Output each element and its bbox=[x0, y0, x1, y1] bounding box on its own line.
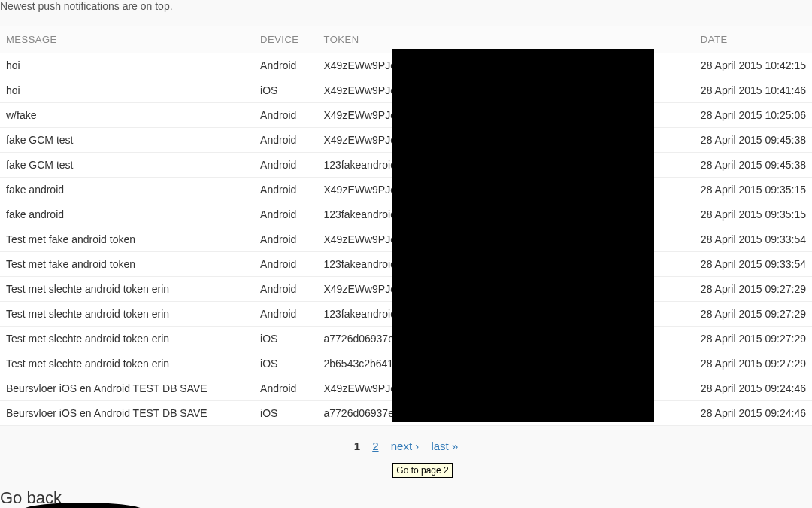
cell-device: Android bbox=[254, 376, 317, 401]
cell-device: Android bbox=[254, 277, 317, 302]
page-link-2[interactable]: 2 bbox=[372, 440, 378, 452]
cell-date: 28 April 2015 09:35:15 bbox=[695, 202, 812, 227]
cell-message: Test met slechte android token erin bbox=[0, 351, 254, 376]
redaction-overlay bbox=[392, 49, 654, 422]
cell-date: 28 April 2015 09:45:38 bbox=[695, 128, 812, 153]
cell-date: 28 April 2015 09:45:38 bbox=[695, 153, 812, 178]
cell-device: Android bbox=[254, 202, 317, 227]
cell-device: iOS bbox=[254, 351, 317, 376]
cell-device: iOS bbox=[254, 401, 317, 426]
cell-date: 28 April 2015 09:27:29 bbox=[695, 277, 812, 302]
cell-message: fake GCM test bbox=[0, 153, 254, 178]
cell-message: Test met slechte android token erin bbox=[0, 277, 254, 302]
cell-message: hoi bbox=[0, 78, 254, 103]
cell-message: hoi bbox=[0, 53, 254, 78]
cell-device: Android bbox=[254, 252, 317, 277]
cell-device: iOS bbox=[254, 78, 317, 103]
col-header-message: MESSAGE bbox=[0, 26, 254, 53]
cell-message: fake android bbox=[0, 178, 254, 202]
cell-device: Android bbox=[254, 178, 317, 202]
col-header-date: DATE bbox=[695, 26, 812, 53]
cell-date: 28 April 2015 09:27:29 bbox=[695, 351, 812, 376]
page-current: 1 bbox=[354, 440, 360, 452]
cell-message: Beursvloer iOS en Android TEST DB SAVE bbox=[0, 401, 254, 426]
cell-message: w/fake bbox=[0, 103, 254, 128]
cell-message: fake GCM test bbox=[0, 128, 254, 153]
cell-device: Android bbox=[254, 302, 317, 327]
cell-message: Beursvloer iOS en Android TEST DB SAVE bbox=[0, 376, 254, 401]
cell-device: Android bbox=[254, 103, 317, 128]
cell-device: Android bbox=[254, 227, 317, 252]
cell-message: Test met slechte android token erin bbox=[0, 302, 254, 327]
cell-date: 28 April 2015 09:35:15 bbox=[695, 178, 812, 202]
intro-text: Newest push notifications are on top. bbox=[0, 0, 812, 18]
cell-date: 28 April 2015 09:24:46 bbox=[695, 401, 812, 426]
cell-message: fake android bbox=[0, 202, 254, 227]
cell-date: 28 April 2015 09:33:54 bbox=[695, 252, 812, 277]
cell-message: Test met fake android token bbox=[0, 227, 254, 252]
col-header-device: DEVICE bbox=[254, 26, 317, 53]
page-link-next[interactable]: next › bbox=[391, 440, 420, 452]
cell-device: Android bbox=[254, 53, 317, 78]
cell-date: 28 April 2015 10:25:06 bbox=[695, 103, 812, 128]
pagination: 1 2 next › last » bbox=[0, 426, 812, 457]
cell-device: iOS bbox=[254, 327, 317, 351]
cell-date: 28 April 2015 09:27:29 bbox=[695, 302, 812, 327]
cell-date: 28 April 2015 10:42:15 bbox=[695, 53, 812, 78]
cell-message: Test met slechte android token erin bbox=[0, 327, 254, 351]
cell-date: 28 April 2015 10:41:46 bbox=[695, 78, 812, 103]
cell-date: 28 April 2015 09:33:54 bbox=[695, 227, 812, 252]
cell-message: Test met fake android token bbox=[0, 252, 254, 277]
cell-device: Android bbox=[254, 153, 317, 178]
cell-date: 28 April 2015 09:24:46 bbox=[695, 376, 812, 401]
page-link-last[interactable]: last » bbox=[431, 440, 458, 452]
pagination-tooltip: Go to page 2 bbox=[392, 463, 452, 478]
cell-date: 28 April 2015 09:27:29 bbox=[695, 327, 812, 351]
cell-device: Android bbox=[254, 128, 317, 153]
